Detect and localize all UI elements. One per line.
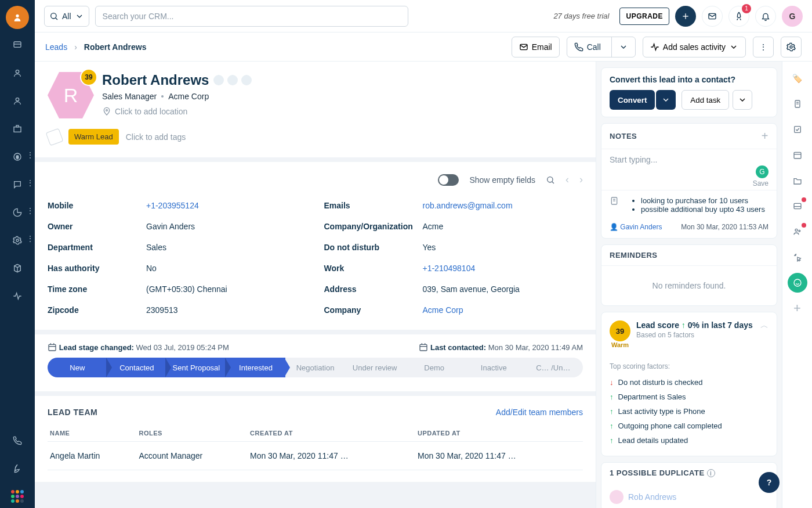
svg-rect-34 (794, 127, 800, 133)
stage-inactive[interactable]: Inactive (464, 358, 524, 377)
field-work[interactable]: +1-210498104 (423, 264, 476, 273)
stage-interested[interactable]: Interested (226, 358, 286, 377)
bell-button[interactable] (755, 6, 776, 27)
stage-contacted[interactable]: Contacted (107, 358, 167, 377)
nav-reports[interactable] (6, 201, 29, 224)
more-menu[interactable]: ⋮ (753, 37, 774, 57)
notes-save[interactable]: Save (753, 179, 768, 188)
stage-demo[interactable]: Demo (404, 358, 464, 377)
convert-button[interactable]: Convert (610, 90, 655, 110)
nav-products[interactable] (6, 257, 29, 280)
rocket-icon (734, 12, 744, 21)
lead-name: Robert Andrews (102, 72, 209, 88)
dock-support-icon[interactable] (788, 273, 807, 293)
add-task-button[interactable]: Add task (682, 90, 729, 110)
add-task-dropdown[interactable] (733, 90, 752, 110)
nav-dashboard[interactable] (6, 34, 29, 57)
dock-people-icon[interactable] (788, 222, 807, 242)
help-fab[interactable]: ? (759, 472, 780, 493)
gear-icon (786, 42, 796, 52)
dock-badge-icon[interactable]: 🏷️ (788, 69, 807, 88)
dock-inbox-icon[interactable] (788, 196, 807, 216)
email-icon-button[interactable] (702, 6, 723, 27)
stage-under-review[interactable]: Under review (345, 358, 405, 377)
add-location[interactable]: Click to add location (102, 107, 252, 116)
calendar-icon (419, 343, 428, 352)
email-button[interactable]: Email (512, 37, 560, 57)
scoring-factors: Top scoring factors: ↓Do not disturb is … (601, 356, 777, 456)
fields-search-icon[interactable] (546, 175, 555, 185)
scoring-factor: ↓Do not disturb is checked (610, 375, 768, 390)
nav-settings[interactable] (6, 229, 29, 252)
search-scope-dropdown[interactable]: All (44, 6, 89, 27)
next-record[interactable]: › (579, 174, 583, 186)
convert-card: Convert this lead into a contact? Conver… (601, 67, 777, 117)
announcements-button[interactable]: 1 (728, 6, 749, 27)
nav-leads[interactable] (6, 89, 29, 113)
stage-sent-proposal[interactable]: Sent Proposal (166, 358, 226, 377)
field-mobile[interactable]: +1-203955124 (146, 201, 199, 210)
dock-add-icon[interactable]: + (788, 298, 807, 318)
nav-phone[interactable] (6, 429, 29, 452)
notes-input[interactable]: Start typing... G Save (601, 149, 777, 190)
scoring-factor: ↑Last activity type is Phone (610, 404, 768, 419)
add-tags-hint[interactable]: Click to add tags (126, 132, 186, 142)
note-icon (610, 196, 619, 206)
show-empty-toggle[interactable] (438, 174, 459, 186)
scoring-factor: ↑Outgoing phone call completed (610, 419, 768, 433)
convert-dropdown[interactable] (656, 90, 676, 110)
quick-add-button[interactable] (675, 6, 696, 27)
record-settings[interactable] (781, 37, 802, 57)
stage-c-un-[interactable]: C… /Un… (524, 358, 583, 377)
table-row[interactable]: Angela Martin Account Manager Mon 30 Mar… (48, 442, 583, 470)
search-input[interactable]: Search your CRM... (95, 6, 408, 27)
upgrade-button[interactable]: UPGRADE (619, 8, 669, 25)
lead-team-title: LEAD TEAM (48, 408, 97, 417)
chevron-right-icon: › (74, 42, 77, 52)
call-dropdown[interactable] (611, 37, 635, 57)
dock-task-icon[interactable] (788, 120, 807, 139)
reminders-empty: No reminders found. (601, 266, 777, 305)
fields-grid: Mobile+1-203955124 Emailsrob.andrews@gma… (35, 197, 596, 330)
add-edit-team-link[interactable]: Add/Edit team members (496, 408, 583, 417)
dock-doc-icon[interactable] (788, 94, 807, 114)
note-date: Mon 30 Mar, 2020 11:53 AM (681, 223, 768, 231)
brand-logo[interactable] (6, 6, 29, 29)
svg-point-39 (795, 229, 798, 231)
svg-text:$: $ (16, 154, 19, 160)
user-avatar[interactable]: G (782, 6, 803, 27)
nav-contacts[interactable] (6, 62, 29, 85)
add-sales-activity-button[interactable]: Add sales activity (643, 37, 746, 57)
topbar: All Search your CRM... 27 days free tria… (35, 0, 812, 33)
tag-icon (46, 128, 64, 146)
duplicate-name[interactable]: Rob Andrews (628, 492, 676, 502)
tag-warm-lead[interactable]: Warm Lead (68, 129, 119, 145)
collapse-score[interactable]: ︿ (760, 320, 768, 331)
dock-click-icon[interactable] (788, 247, 807, 267)
stage-new[interactable]: New (48, 358, 107, 377)
note-author: 👤 Gavin Anders (610, 223, 662, 231)
field-emails[interactable]: rob.andrews@gmail.com (423, 201, 513, 210)
dock-folder-icon[interactable] (788, 171, 807, 190)
stage-negotiation[interactable]: Negotiation (285, 358, 345, 377)
nav-accounts[interactable] (6, 117, 29, 140)
nav-apps[interactable] (6, 485, 29, 508)
info-icon[interactable]: i (707, 469, 715, 477)
nav-activity[interactable] (6, 284, 29, 308)
show-empty-label: Show empty fields (469, 175, 535, 185)
nav-conversations[interactable] (6, 173, 29, 196)
add-note-icon[interactable]: + (762, 129, 768, 143)
convert-question: Convert this lead into a contact? (610, 75, 768, 84)
svg-rect-1 (14, 42, 21, 47)
breadcrumb-row: Leads › Robert Andrews Email Call Add sa… (35, 33, 812, 62)
prev-record[interactable]: ‹ (566, 174, 569, 186)
call-button[interactable]: Call (567, 37, 636, 57)
nav-deals[interactable]: $ (6, 145, 29, 168)
breadcrumb-leads[interactable]: Leads (45, 42, 67, 52)
svg-point-16 (790, 46, 792, 48)
scoring-factor: ↑Lead details updated (610, 433, 768, 448)
field-organization: Acme (423, 222, 444, 231)
nav-eco[interactable] (6, 457, 29, 480)
field-company[interactable]: Acme Corp (423, 305, 463, 315)
dock-calendar-icon[interactable] (788, 145, 807, 165)
